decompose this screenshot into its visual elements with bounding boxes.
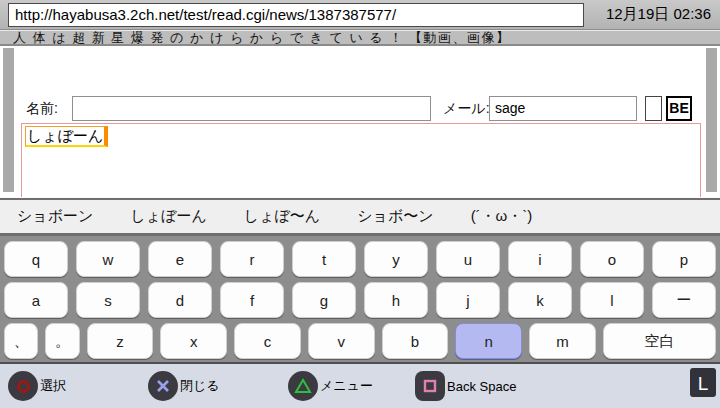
key-x[interactable]: x [160,323,227,359]
key-y[interactable]: y [364,241,428,277]
right-scrollbar[interactable] [706,48,717,192]
key-space[interactable]: 空白 [603,323,716,359]
circle-button-icon [8,371,38,401]
key-h[interactable]: h [364,282,428,318]
key-o[interactable]: o [580,241,644,277]
triangle-button-icon [288,371,318,401]
key-、[interactable]: 、 [4,323,38,359]
key-v[interactable]: v [308,323,375,359]
ps-browser-screen: http://hayabusa3.2ch.net/test/read.cgi/n… [0,0,720,408]
close-button-hint[interactable]: 閉じる [148,370,220,402]
cross-button-icon [148,371,178,401]
select-button-label: 選択 [40,377,66,395]
key-l[interactable]: l [580,282,644,318]
key-e[interactable]: e [148,241,212,277]
onscreen-keyboard: qwertyuiop asdfghjklー 、。zxcvbnm空白 [0,236,720,362]
key-a[interactable]: a [4,282,68,318]
backspace-button-label: Back Space [447,379,516,394]
ime-candidate-3[interactable]: しょぼ〜ん [244,207,320,226]
ime-candidate-5[interactable]: (´・ω・`) [471,207,533,226]
keyboard-row-1: qwertyuiop [4,241,716,277]
ime-candidate-1[interactable]: ショボーン [17,207,93,226]
key-z[interactable]: z [87,323,154,359]
select-button-hint[interactable]: 選択 [8,370,66,402]
key-n[interactable]: n [455,323,522,359]
key-t[interactable]: t [292,241,356,277]
key-k[interactable]: k [508,282,572,318]
keyboard-row-3: 、。zxcvbnm空白 [4,323,716,359]
mail-input[interactable]: sage [489,96,637,121]
key-ー[interactable]: ー [652,282,716,318]
browser-toolbar: http://hayabusa3.2ch.net/test/read.cgi/n… [0,0,720,30]
square-button-icon [415,371,445,401]
key-r[interactable]: r [220,241,284,277]
clock-datetime: 12月19日 02:36 [606,5,711,24]
menu-button-label: メニュー [320,377,373,395]
left-scrollbar[interactable] [3,48,14,192]
key-j[interactable]: j [436,282,500,318]
be-login-button[interactable]: BE [666,96,692,121]
url-input[interactable]: http://hayabusa3.2ch.net/test/read.cgi/n… [8,3,584,27]
key-i[interactable]: i [508,241,572,277]
menu-button-hint[interactable]: メニュー [288,370,373,402]
name-field-label: 名前: [26,100,58,118]
thread-title-bar: 人 体 は 超 新 星 爆 発 の か け ら か ら で き て い る ！ … [0,30,720,46]
key-d[interactable]: d [148,282,212,318]
l-shoulder-button[interactable]: L [690,368,716,397]
key-。[interactable]: 。 [45,323,79,359]
page-content: 名前: メール: sage BE しょぼーん [0,46,720,197]
mail-field-label: メール: [443,100,490,118]
ime-candidate-bar: ショボーンしょぼーんしょぼ〜んショボ〜ン(´・ω・`) [0,200,720,233]
key-m[interactable]: m [529,323,596,359]
thread-title: 人 体 は 超 新 星 爆 発 の か け ら か ら で き て い る ！ … [13,30,510,45]
gamepad-hint-bar: 選択 閉じる メニュー [0,364,720,408]
key-u[interactable]: u [436,241,500,277]
key-f[interactable]: f [220,282,284,318]
be-checkbox[interactable] [645,96,662,121]
key-w[interactable]: w [76,241,140,277]
key-g[interactable]: g [292,282,356,318]
close-button-label: 閉じる [180,377,220,395]
ime-composition-text: しょぼーん [25,126,108,147]
keyboard-row-2: asdfghjklー [4,282,716,318]
key-p[interactable]: p [652,241,716,277]
backspace-button-hint[interactable]: Back Space [415,370,516,402]
name-input[interactable] [72,96,431,121]
key-q[interactable]: q [4,241,68,277]
ime-candidate-4[interactable]: ショボ〜ン [357,207,433,226]
ime-candidate-2[interactable]: しょぼーん [130,207,206,226]
key-s[interactable]: s [76,282,140,318]
key-b[interactable]: b [382,323,449,359]
key-c[interactable]: c [234,323,301,359]
